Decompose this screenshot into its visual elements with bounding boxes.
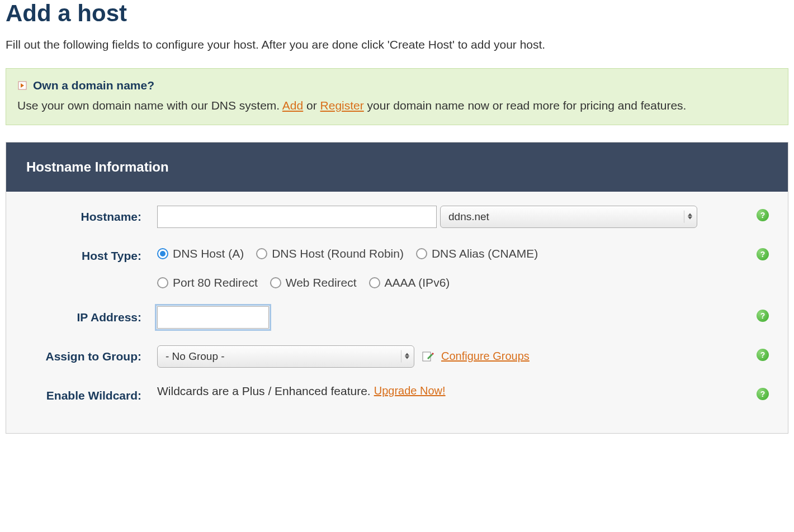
group-label: Assign to Group: — [46, 350, 142, 363]
notice-title: Own a domain name? — [33, 79, 154, 92]
register-domain-link[interactable]: Register — [320, 99, 364, 112]
hosttype-row: Host Type: DNS Host (A) DNS Host (Round … — [6, 236, 788, 298]
radio-label: DNS Host (Round Robin) — [272, 247, 404, 260]
page-description: Fill out the following fields to configu… — [6, 38, 788, 51]
notice-text-suffix: your domain name now or read more for pr… — [364, 99, 687, 112]
ip-label: IP Address: — [77, 311, 141, 324]
help-icon[interactable]: ? — [757, 349, 769, 361]
upgrade-link[interactable]: Upgrade Now! — [374, 384, 446, 397]
radio-dns-a[interactable]: DNS Host (A) — [157, 247, 244, 260]
domain-select[interactable]: ddns.net — [440, 206, 697, 228]
add-domain-link[interactable]: Add — [282, 99, 303, 112]
hostname-panel: Hostname Information Hostname: ddns.net … — [6, 142, 788, 434]
panel-header: Hostname Information — [6, 142, 788, 192]
configure-groups-link[interactable]: Configure Groups — [441, 350, 530, 363]
ip-row: IP Address: ? — [6, 298, 788, 337]
notice-text-prefix: Use your own domain name with our DNS sy… — [17, 99, 282, 112]
group-select[interactable]: - No Group - — [157, 345, 414, 368]
domain-notice-box: Own a domain name? Use your own domain n… — [6, 68, 788, 125]
help-icon[interactable]: ? — [757, 310, 769, 322]
radio-icon — [157, 277, 168, 288]
hostname-row: Hostname: ddns.net ? — [6, 197, 788, 236]
radio-label: Web Redirect — [286, 276, 357, 289]
wildcard-text: Wildcards are a Plus / Enhanced feature. — [157, 384, 371, 398]
hostname-input[interactable] — [157, 206, 437, 228]
notice-or: or — [303, 99, 320, 112]
hosttype-label: Host Type: — [82, 249, 141, 262]
domain-select-value: ddns.net — [448, 211, 489, 223]
help-icon[interactable]: ? — [757, 209, 769, 221]
group-select-value: - No Group - — [166, 350, 225, 363]
radio-icon — [416, 248, 427, 259]
select-arrows-icon — [684, 210, 692, 223]
panel-body: Hostname: ddns.net ? Host Type: — [6, 192, 788, 433]
radio-label: Port 80 Redirect — [173, 276, 258, 289]
radio-label: AAAA (IPv6) — [385, 276, 450, 289]
group-row: Assign to Group: - No Group - — [6, 337, 788, 376]
notice-body: Use your own domain name with our DNS sy… — [17, 97, 777, 115]
radio-icon — [369, 277, 380, 288]
radio-label: DNS Host (A) — [173, 247, 244, 260]
arrow-right-icon — [17, 80, 27, 91]
edit-icon — [421, 350, 434, 363]
select-arrows-icon — [401, 350, 409, 363]
radio-cname[interactable]: DNS Alias (CNAME) — [416, 247, 538, 260]
help-icon[interactable]: ? — [757, 388, 769, 400]
radio-icon — [270, 277, 281, 288]
help-icon[interactable]: ? — [757, 248, 769, 260]
page-title: Add a host — [6, 0, 788, 27]
radio-webred[interactable]: Web Redirect — [270, 276, 357, 289]
radio-icon — [256, 248, 267, 259]
wildcard-row: Enable Wildcard: Wildcards are a Plus / … — [6, 376, 788, 411]
radio-icon — [157, 248, 168, 259]
ip-input[interactable] — [157, 306, 269, 329]
radio-port80[interactable]: Port 80 Redirect — [157, 276, 258, 289]
wildcard-label: Enable Wildcard: — [46, 389, 141, 402]
radio-dns-rr[interactable]: DNS Host (Round Robin) — [256, 247, 404, 260]
hostname-label: Hostname: — [81, 210, 141, 223]
radio-aaaa[interactable]: AAAA (IPv6) — [369, 276, 450, 289]
radio-label: DNS Alias (CNAME) — [432, 247, 538, 260]
